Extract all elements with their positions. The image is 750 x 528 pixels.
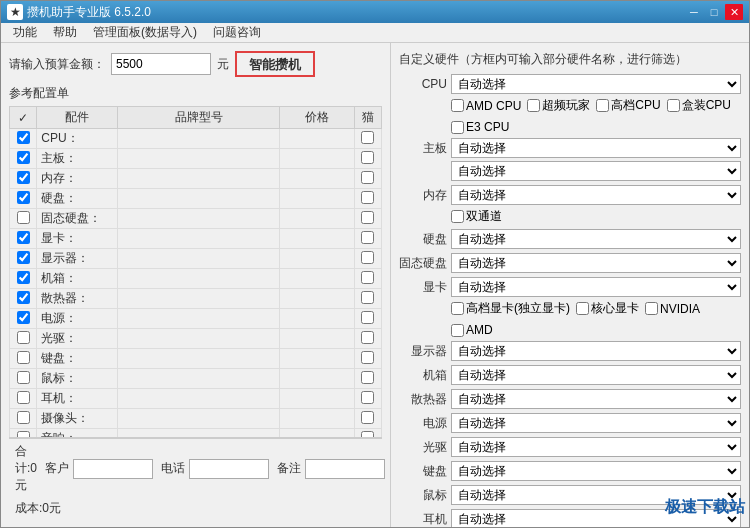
hdd-select[interactable]: 自动选择 (451, 229, 741, 249)
part-name: CPU： (37, 129, 118, 149)
part-note-checkbox[interactable] (361, 371, 374, 384)
part-price (279, 429, 354, 438)
part-checkbox[interactable] (17, 231, 30, 244)
part-note-checkbox[interactable] (361, 211, 374, 224)
mem-dual-checkbox[interactable] (451, 210, 464, 223)
part-note-cell (354, 389, 381, 409)
cpu-high-checkbox[interactable] (596, 99, 609, 112)
hdd-section: 硬盘 自动选择 (399, 229, 741, 249)
part-checkbox[interactable] (17, 171, 30, 184)
col-header-part: 配件 (37, 107, 118, 129)
case-section: 机箱 自动选择 (399, 365, 741, 385)
part-note-checkbox[interactable] (361, 311, 374, 324)
gpu-amd-checkbox[interactable] (451, 324, 464, 337)
monitor-select[interactable]: 自动选择 (451, 341, 741, 361)
gpu-high-label: 高档显卡(独立显卡) (466, 300, 570, 317)
part-note-checkbox[interactable] (361, 411, 374, 424)
menu-function[interactable]: 功能 (5, 22, 45, 43)
part-note-checkbox[interactable] (361, 351, 374, 364)
part-note-checkbox[interactable] (361, 391, 374, 404)
part-note-cell (354, 189, 381, 209)
cooler-select[interactable]: 自动选择 (451, 389, 741, 409)
cpu-box-checkbox[interactable] (667, 99, 680, 112)
menu-admin[interactable]: 管理面板(数据导入) (85, 22, 205, 43)
gpu-label: 显卡 (399, 279, 447, 296)
cpu-row: CPU 自动选择 (399, 74, 741, 94)
phone-input[interactable] (189, 459, 269, 479)
part-checkbox[interactable] (17, 211, 30, 224)
app-icon: ★ (7, 4, 23, 20)
part-checkbox[interactable] (17, 131, 30, 144)
part-checkbox[interactable] (17, 271, 30, 284)
part-name: 内存： (37, 169, 118, 189)
part-checkbox-cell (10, 289, 37, 309)
cpu-box-check: 盒装CPU (667, 97, 731, 114)
headphone-label: 耳机 (399, 511, 447, 528)
gpu-high-checkbox[interactable] (451, 302, 464, 315)
gpu-select[interactable]: 自动选择 (451, 277, 741, 297)
parts-list-title: 参考配置单 (9, 85, 382, 102)
mem-select[interactable]: 自动选择 (451, 185, 741, 205)
part-checkbox[interactable] (17, 191, 30, 204)
mb-select1[interactable]: 自动选择 (451, 138, 741, 158)
cpu-oc-checkbox[interactable] (527, 99, 540, 112)
gpu-igpu-checkbox[interactable] (576, 302, 589, 315)
part-price (279, 249, 354, 269)
maximize-button[interactable]: □ (705, 4, 723, 20)
mb-select2[interactable]: 自动选择 (451, 161, 741, 181)
main-content: 请输入预算金额： 元 智能攒机 参考配置单 ✓ 配件 品牌型号 价格 猫 (1, 43, 749, 527)
part-checkbox[interactable] (17, 411, 30, 424)
part-note-checkbox[interactable] (361, 291, 374, 304)
part-note-checkbox[interactable] (361, 231, 374, 244)
gpu-nvidia-checkbox[interactable] (645, 302, 658, 315)
close-button[interactable]: ✕ (725, 4, 743, 20)
cpu-select[interactable]: 自动选择 (451, 74, 741, 94)
part-price (279, 329, 354, 349)
monitor-row: 显示器 自动选择 (399, 341, 741, 361)
keyboard-section: 键盘 自动选择 (399, 461, 741, 481)
gpu-section: 显卡 自动选择 高档显卡(独立显卡) 核心显卡 (399, 277, 741, 337)
minimize-button[interactable]: ─ (685, 4, 703, 20)
part-checkbox[interactable] (17, 151, 30, 164)
psu-select[interactable]: 自动选择 (451, 413, 741, 433)
part-note-checkbox[interactable] (361, 191, 374, 204)
case-select[interactable]: 自动选择 (451, 365, 741, 385)
part-checkbox[interactable] (17, 291, 30, 304)
part-note-checkbox[interactable] (361, 331, 374, 344)
part-checkbox[interactable] (17, 391, 30, 404)
optical-select[interactable]: 自动选择 (451, 437, 741, 457)
budget-input[interactable] (111, 53, 211, 75)
cpu-amd-checkbox[interactable] (451, 99, 464, 112)
ssd-select[interactable]: 自动选择 (451, 253, 741, 273)
table-row: 音响： (10, 429, 382, 438)
keyboard-select[interactable]: 自动选择 (451, 461, 741, 481)
customer-input[interactable] (73, 459, 153, 479)
note-input[interactable] (305, 459, 385, 479)
part-brand (118, 329, 280, 349)
smart-button[interactable]: 智能攒机 (235, 51, 315, 77)
part-note-checkbox[interactable] (361, 251, 374, 264)
part-note-checkbox[interactable] (361, 171, 374, 184)
part-checkbox[interactable] (17, 371, 30, 384)
part-checkbox[interactable] (17, 351, 30, 364)
part-checkbox[interactable] (17, 251, 30, 264)
cpu-e3-checkbox[interactable] (451, 121, 464, 134)
mem-row: 内存 自动选择 (399, 185, 741, 205)
mem-dual-check: 双通道 (451, 208, 502, 225)
menu-support[interactable]: 问题咨询 (205, 22, 269, 43)
gpu-row: 显卡 自动选择 (399, 277, 741, 297)
part-note-checkbox[interactable] (361, 131, 374, 144)
note-label: 备注 (277, 460, 301, 477)
part-checkbox-cell (10, 169, 37, 189)
cpu-amd-check: AMD CPU (451, 99, 521, 113)
part-note-checkbox[interactable] (361, 151, 374, 164)
part-price (279, 369, 354, 389)
monitor-section: 显示器 自动选择 (399, 341, 741, 361)
cooler-label: 散热器 (399, 391, 447, 408)
part-checkbox[interactable] (17, 331, 30, 344)
menu-bar: 功能 帮助 管理面板(数据导入) 问题咨询 (1, 23, 749, 43)
menu-help[interactable]: 帮助 (45, 22, 85, 43)
part-checkbox-cell (10, 369, 37, 389)
part-note-checkbox[interactable] (361, 271, 374, 284)
part-checkbox[interactable] (17, 311, 30, 324)
